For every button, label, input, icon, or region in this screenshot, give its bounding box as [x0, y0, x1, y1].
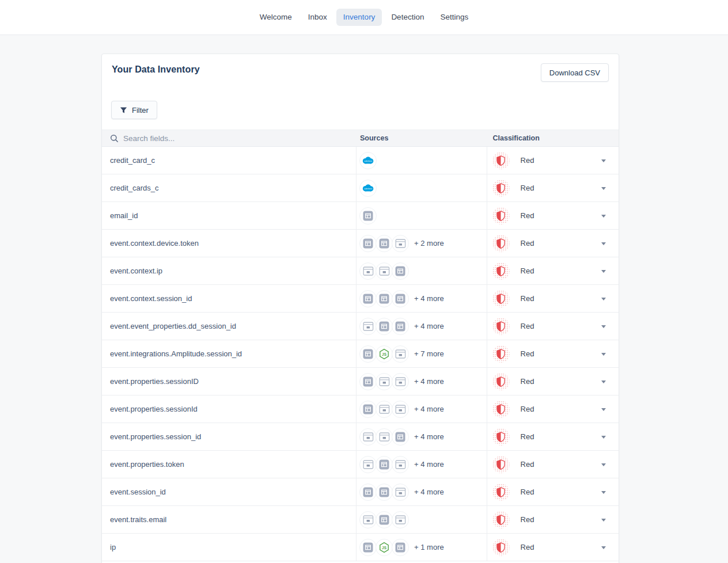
classification-select[interactable]: Red: [487, 257, 619, 284]
chevron-down-icon: [601, 215, 606, 218]
chevron-down-icon: [601, 463, 606, 466]
classification-label: Red: [521, 156, 534, 165]
window-filled-icon: [376, 511, 393, 528]
classification-select[interactable]: Red: [487, 202, 619, 229]
field-name: event.properties.session_id: [102, 423, 357, 450]
classification-label: Red: [521, 432, 534, 441]
classification-select[interactable]: Red: [487, 340, 619, 367]
classification-select[interactable]: Red: [487, 534, 619, 561]
classification-cell: Red: [487, 285, 619, 312]
table-row[interactable]: event.properties.sessionId+ 4 moreRed: [102, 395, 619, 423]
field-name: event.properties.token: [102, 451, 357, 478]
table-row[interactable]: event.properties.token+ 4 moreRed: [102, 451, 619, 478]
table-row[interactable]: event.context.device.token+ 2 moreRed: [102, 230, 619, 257]
window-filled-icon: [392, 539, 409, 556]
table-row[interactable]: ipJS+ 1 moreRed: [102, 534, 619, 561]
more-sources-label: + 4 more: [414, 377, 444, 386]
filter-label: Filter: [132, 106, 149, 115]
table-row[interactable]: event.properties.session_id+ 4 moreRed: [102, 423, 619, 451]
shield-icon: [492, 180, 510, 197]
classification-label: Red: [521, 349, 534, 358]
shield-icon: [492, 401, 510, 418]
classification-select[interactable]: Red: [487, 451, 619, 478]
more-sources-label: + 7 more: [414, 349, 444, 358]
tab-inbox[interactable]: Inbox: [301, 9, 334, 26]
tab-settings[interactable]: Settings: [433, 9, 475, 26]
window-filled-icon: [359, 345, 377, 363]
sources-cell: JS+ 7 more: [357, 340, 487, 367]
table-row[interactable]: event.context.ipRed: [102, 257, 619, 285]
window-filled-icon: [359, 401, 377, 418]
svg-text:JS: JS: [382, 545, 387, 549]
shield-icon: [492, 152, 510, 169]
more-sources-label: + 1 more: [414, 543, 444, 551]
classification-select[interactable]: Red: [487, 506, 619, 533]
shield-icon: [492, 428, 510, 446]
field-name: event.context.session_id: [102, 285, 357, 312]
tab-detection[interactable]: Detection: [384, 9, 431, 26]
chevron-down-icon: [601, 242, 606, 245]
shield-icon: [492, 539, 510, 556]
chevron-down-icon: [601, 187, 606, 190]
field-name: event.traits.email: [102, 506, 357, 533]
field-name: event.integrations.Amplitude.session_id: [102, 340, 357, 367]
sources-cell: + 4 more: [357, 451, 487, 478]
field-name: credit_cards_c: [102, 174, 357, 201]
classification-select[interactable]: Red: [487, 395, 619, 423]
field-name: event.context.device.token: [102, 230, 357, 257]
tab-welcome[interactable]: Welcome: [253, 9, 299, 26]
table-row[interactable]: event.integrations.Amplitude.session_idJ…: [102, 340, 619, 368]
shield-icon: [492, 235, 510, 252]
field-name: email_id: [102, 202, 357, 229]
field-name: event.session_id: [102, 478, 357, 505]
window-outline-icon: [359, 318, 377, 335]
download-csv-button[interactable]: Download CSV: [541, 63, 609, 82]
window-outline-icon: [376, 401, 393, 418]
filter-icon: [120, 106, 127, 114]
inventory-table: Sources Classification credit_card_csale…: [102, 130, 619, 561]
window-filled-icon: [376, 456, 393, 473]
field-name: ip: [102, 534, 357, 561]
shield-icon: [492, 290, 510, 307]
field-name: event.properties.sessionId: [102, 395, 357, 423]
window-outline-icon: [359, 511, 377, 528]
classification-cell: Red: [487, 451, 619, 478]
classification-cell: Red: [487, 423, 619, 450]
tab-inventory[interactable]: Inventory: [336, 9, 382, 26]
filter-button[interactable]: Filter: [111, 101, 157, 119]
classification-label: Red: [521, 322, 534, 330]
classification-cell: Red: [487, 147, 619, 174]
field-name: credit_card_c: [102, 147, 357, 174]
table-row[interactable]: credit_cards_csalesforceRed: [102, 174, 619, 202]
shield-icon: [492, 373, 510, 390]
search-input[interactable]: [123, 134, 296, 143]
nodejs-icon: JS: [376, 539, 393, 556]
table-row[interactable]: event.properties.sessionID+ 4 moreRed: [102, 368, 619, 395]
classification-select[interactable]: Red: [487, 423, 619, 450]
classification-select[interactable]: Red: [487, 285, 619, 312]
table-row[interactable]: email_idRed: [102, 202, 619, 230]
svg-text:JS: JS: [382, 352, 387, 356]
table-row[interactable]: credit_card_csalesforceRed: [102, 147, 619, 174]
sources-cell: [357, 257, 487, 284]
table-row[interactable]: event.session_id+ 4 moreRed: [102, 478, 619, 506]
window-outline-icon: [392, 511, 409, 528]
window-outline-icon: [359, 263, 377, 280]
chevron-down-icon: [601, 298, 606, 300]
window-filled-icon: [359, 207, 377, 225]
more-sources-label: + 4 more: [414, 460, 444, 469]
classification-select[interactable]: Red: [487, 147, 619, 174]
classification-select[interactable]: Red: [487, 313, 619, 340]
classification-select[interactable]: Red: [487, 478, 619, 505]
classification-select[interactable]: Red: [487, 230, 619, 257]
window-filled-icon: [392, 318, 409, 335]
classification-cell: Red: [487, 174, 619, 201]
salesforce-icon: salesforce: [359, 152, 377, 169]
table-row[interactable]: event.traits.emailRed: [102, 506, 619, 534]
classification-select[interactable]: Red: [487, 174, 619, 201]
classification-select[interactable]: Red: [487, 368, 619, 395]
table-row[interactable]: event.event_properties.dd_session_id+ 4 …: [102, 313, 619, 340]
shield-icon: [492, 345, 510, 363]
table-row[interactable]: event.context.session_id+ 4 moreRed: [102, 285, 619, 313]
classification-column-header: Classification: [487, 130, 619, 146]
